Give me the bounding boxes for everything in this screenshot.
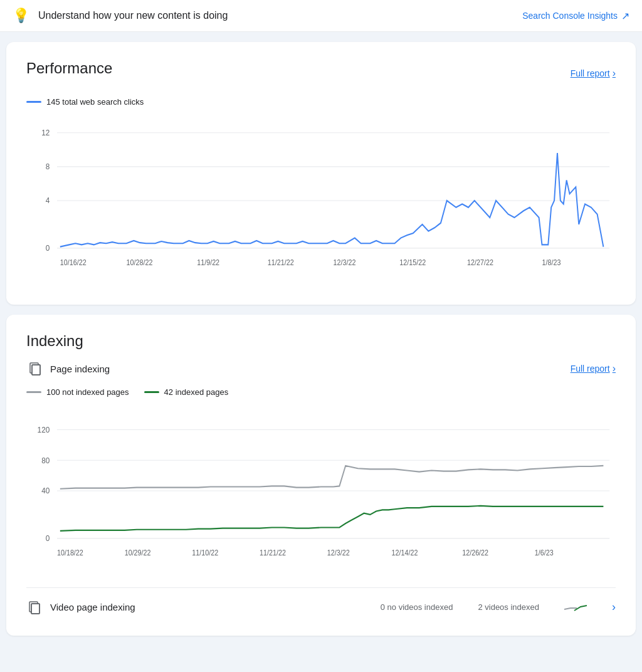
- search-console-insights-link[interactable]: Search Console Insights ↗: [522, 10, 629, 22]
- svg-rect-36: [31, 604, 39, 614]
- performance-chart-svg: 12 8 4 0 10/16/22 10/28/22 11/9/22 11/21…: [26, 119, 616, 282]
- svg-text:80: 80: [41, 456, 50, 465]
- svg-text:12/27/22: 12/27/22: [467, 258, 493, 266]
- video-row-right: 0 no videos indexed 2 videos indexed ›: [381, 601, 616, 614]
- performance-chart: 12 8 4 0 10/16/22 10/28/22 11/9/22 11/21…: [26, 119, 616, 285]
- svg-text:12/3/22: 12/3/22: [334, 258, 356, 266]
- indexing-chevron-right-icon: ›: [613, 363, 616, 374]
- svg-text:12/14/22: 12/14/22: [392, 549, 418, 557]
- svg-text:8: 8: [46, 162, 50, 172]
- indexing-subheader: Page indexing Full report ›: [26, 360, 616, 377]
- svg-text:120: 120: [38, 425, 50, 434]
- performance-legend-item: 145 total web search clicks: [26, 97, 144, 107]
- video-stat-1: 0 no videos indexed: [381, 602, 453, 612]
- performance-legend: 145 total web search clicks: [26, 97, 616, 107]
- indexing-chart-svg: 120 80 40 0 10/18/22 10/29/22 11/10/22 1…: [26, 409, 616, 572]
- svg-text:12/15/22: 12/15/22: [399, 258, 426, 266]
- svg-text:12: 12: [41, 128, 50, 137]
- svg-text:12/26/22: 12/26/22: [462, 549, 488, 557]
- gray-legend-line: [26, 391, 41, 393]
- header-bar: 💡 Understand how your new content is doi…: [0, 0, 642, 32]
- svg-rect-17: [32, 365, 40, 375]
- svg-text:40: 40: [41, 486, 50, 496]
- video-legend-lines: [564, 601, 587, 613]
- performance-full-report-link[interactable]: Full report ›: [571, 68, 616, 79]
- header-left: 💡 Understand how your new content is doi…: [13, 9, 228, 23]
- not-indexed-legend-item: 100 not indexed pages: [26, 387, 129, 397]
- performance-title: Performance: [26, 60, 112, 77]
- indexing-card: Indexing Page indexing Full report ›: [6, 315, 636, 636]
- green-legend-line: [144, 391, 159, 393]
- page-indexing-label: Page indexing: [50, 364, 110, 374]
- blue-legend-line: [26, 101, 41, 103]
- page-background: Performance Full report › 145 total web …: [0, 32, 642, 646]
- video-page-icon: [26, 598, 44, 616]
- search-console-insights-label: Search Console Insights: [522, 11, 618, 21]
- indexed-legend-item: 42 indexed pages: [144, 387, 229, 397]
- indexed-label: 42 indexed pages: [164, 387, 229, 397]
- video-stat-2: 2 videos indexed: [478, 602, 539, 612]
- svg-text:10/29/22: 10/29/22: [125, 549, 151, 557]
- indexing-legend: 100 not indexed pages 42 indexed pages: [26, 387, 616, 397]
- svg-text:11/9/22: 11/9/22: [197, 258, 219, 266]
- indexing-title: Indexing: [26, 332, 616, 350]
- svg-text:11/21/22: 11/21/22: [260, 549, 286, 557]
- page-indexing-icon: [26, 360, 44, 377]
- svg-text:12/3/22: 12/3/22: [327, 549, 350, 557]
- performance-card: Performance Full report › 145 total web …: [6, 42, 636, 305]
- svg-text:0: 0: [46, 534, 50, 543]
- svg-text:1/6/23: 1/6/23: [535, 549, 554, 557]
- video-indexing-label: Video page indexing: [50, 602, 135, 612]
- svg-text:10/18/22: 10/18/22: [57, 549, 83, 557]
- indexing-full-report-link[interactable]: Full report ›: [571, 363, 616, 374]
- not-indexed-label: 100 not indexed pages: [46, 387, 129, 397]
- indexing-subheader-left: Page indexing: [26, 360, 110, 377]
- chevron-right-icon: ›: [613, 68, 616, 79]
- bulb-icon: 💡: [13, 9, 29, 23]
- svg-text:4: 4: [46, 196, 50, 206]
- video-indexing-row: Video page indexing 0 no videos indexed …: [26, 587, 616, 616]
- svg-text:0: 0: [46, 244, 50, 253]
- svg-text:11/10/22: 11/10/22: [192, 549, 218, 557]
- svg-text:10/28/22: 10/28/22: [127, 258, 153, 266]
- svg-text:1/8/23: 1/8/23: [542, 258, 561, 266]
- performance-legend-label: 145 total web search clicks: [46, 97, 144, 107]
- svg-text:11/21/22: 11/21/22: [268, 258, 294, 266]
- header-title: Understand how your new content is doing: [38, 10, 228, 21]
- indexing-chart: 120 80 40 0 10/18/22 10/29/22 11/10/22 1…: [26, 409, 616, 575]
- svg-text:10/16/22: 10/16/22: [60, 258, 87, 266]
- video-chevron-right-icon[interactable]: ›: [612, 601, 616, 614]
- video-row-left: Video page indexing: [26, 598, 135, 616]
- external-link-icon: ↗: [621, 10, 629, 22]
